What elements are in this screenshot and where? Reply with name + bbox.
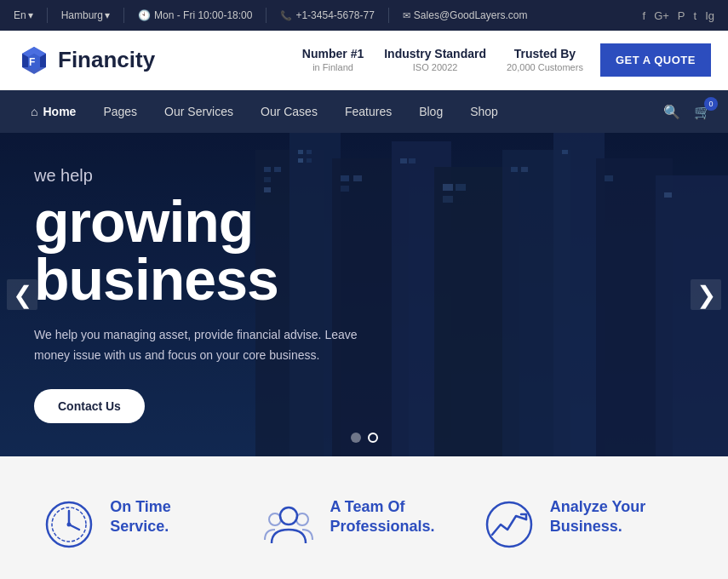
next-arrow-icon: ❯ [696, 281, 716, 309]
search-icon: 🔍 [663, 105, 680, 119]
clock-icon [43, 499, 95, 550]
stat-number-one: Number #1 in Finland [302, 46, 364, 73]
carousel-prev-button[interactable]: ❮ [7, 279, 37, 310]
divider [47, 8, 48, 23]
nav-item-blog[interactable]: Blog [405, 90, 456, 133]
stat3-sub: 20,000 Customers [507, 61, 583, 73]
feature-team-text: A Team Of Professionals. [330, 497, 434, 537]
header-stats: Number #1 in Finland Industry Standard I… [302, 46, 583, 73]
stat2-title: Industry Standard [384, 46, 486, 61]
city-arrow-icon: ▾ [105, 9, 110, 21]
email-icon: ✉ [403, 10, 410, 21]
hours-item: 🕙 Mon - Fri 10:00-18:00 [138, 9, 252, 21]
feature-on-time: On Time Service. [42, 497, 246, 552]
svg-point-42 [67, 523, 72, 527]
features-section: On Time Service. A Team Of Professionals… [0, 456, 728, 579]
stat1-sub: in Finland [302, 61, 364, 73]
instagram-icon[interactable]: Ig [705, 9, 714, 22]
stat2-sub: ISO 20022 [384, 61, 486, 73]
lang-arrow-icon: ▾ [28, 9, 33, 21]
nav-item-shop[interactable]: Shop [456, 90, 512, 133]
svg-point-44 [269, 513, 281, 525]
logo-text: Financity [58, 47, 155, 73]
email-text: Sales@GoodLayers.com [414, 9, 528, 21]
phone-item[interactable]: 📞 +1-3454-5678-77 [280, 9, 374, 21]
carousel-dot-2[interactable] [368, 433, 378, 443]
search-button[interactable]: 🔍 [663, 104, 680, 120]
prev-arrow-icon: ❮ [13, 281, 32, 309]
header: F Financity Number #1 in Finland Industr… [0, 31, 728, 90]
city-label: Hamburg [61, 9, 103, 21]
stat1-title: Number #1 [302, 46, 364, 61]
nav-item-home[interactable]: ⌂ Home [17, 90, 89, 133]
feature-title-3: Analyze Your Business. [550, 497, 645, 537]
stat-industry-standard: Industry Standard ISO 20022 [384, 46, 486, 73]
svg-point-43 [280, 507, 297, 525]
stat3-title: Trusted By [507, 46, 583, 61]
divider [123, 8, 124, 23]
feature-on-time-text: On Time Service. [110, 497, 171, 537]
home-icon: ⌂ [31, 105, 37, 118]
stat-trusted-by: Trusted By 20,000 Customers [507, 46, 583, 73]
hero-section: we help growing business We help you man… [0, 133, 728, 456]
logo[interactable]: F Financity [17, 43, 155, 77]
get-quote-button[interactable]: GET A QUOTE [600, 43, 711, 77]
phone-text: +1-3454-5678-77 [295, 9, 374, 21]
google-plus-icon[interactable]: G+ [654, 9, 669, 22]
svg-text:F: F [29, 56, 35, 68]
feature-analyze: Analyze Your Business. [482, 497, 686, 552]
team-icon-wrap [261, 497, 316, 552]
carousel-dots [351, 433, 378, 443]
feature-analyze-text: Analyze Your Business. [550, 497, 645, 537]
nav-actions: 🔍 🛒 0 [663, 104, 711, 120]
divider [388, 8, 389, 23]
hero-title: growing business [34, 192, 409, 308]
clock-icon-wrap [42, 497, 96, 552]
svg-point-46 [487, 502, 531, 547]
hours-text: Mon - Fri 10:00-18:00 [154, 9, 252, 21]
chart-icon-wrap [482, 497, 536, 552]
feature-title-2: A Team Of Professionals. [330, 497, 434, 537]
social-links: f G+ P t Ig [643, 9, 714, 22]
top-bar: En ▾ Hamburg ▾ 🕙 Mon - Fri 10:00-18:00 📞… [0, 0, 728, 31]
facebook-icon[interactable]: f [643, 9, 646, 22]
lang-label: En [14, 9, 26, 21]
svg-point-45 [296, 513, 308, 525]
feature-title-1: On Time Service. [110, 497, 171, 537]
email-item[interactable]: ✉ Sales@GoodLayers.com [403, 9, 528, 21]
twitter-icon[interactable]: t [694, 9, 697, 22]
nav-item-features[interactable]: Features [331, 90, 405, 133]
contact-us-button[interactable]: Contact Us [34, 389, 145, 423]
hero-content: we help growing business We help you man… [0, 166, 443, 424]
nav-item-our-services[interactable]: Our Services [151, 90, 247, 133]
city-selector[interactable]: Hamburg ▾ [61, 9, 110, 21]
feature-team: A Team Of Professionals. [261, 497, 466, 552]
logo-icon: F [17, 43, 51, 77]
carousel-dot-1[interactable] [351, 433, 361, 443]
team-icon [263, 499, 314, 550]
pinterest-icon[interactable]: P [678, 9, 685, 22]
clock-icon: 🕙 [138, 9, 151, 21]
chart-icon [484, 499, 535, 550]
hero-subtitle: we help [34, 166, 409, 186]
divider [266, 8, 267, 23]
language-selector[interactable]: En ▾ [14, 9, 33, 21]
navigation: ⌂ Home Pages Our Services Our Cases Feat… [0, 90, 728, 133]
nav-item-our-cases[interactable]: Our Cases [247, 90, 331, 133]
phone-icon: 📞 [280, 10, 292, 21]
nav-item-pages[interactable]: Pages [89, 90, 151, 133]
top-bar-left: En ▾ Hamburg ▾ 🕙 Mon - Fri 10:00-18:00 📞… [14, 8, 636, 23]
carousel-next-button[interactable]: ❯ [691, 279, 721, 310]
nav-links: ⌂ Home Pages Our Services Our Cases Feat… [17, 90, 663, 133]
hero-description: We help you managing asset, provide fina… [34, 325, 358, 366]
cart-badge: 0 [704, 97, 718, 111]
cart-button[interactable]: 🛒 0 [694, 104, 711, 120]
